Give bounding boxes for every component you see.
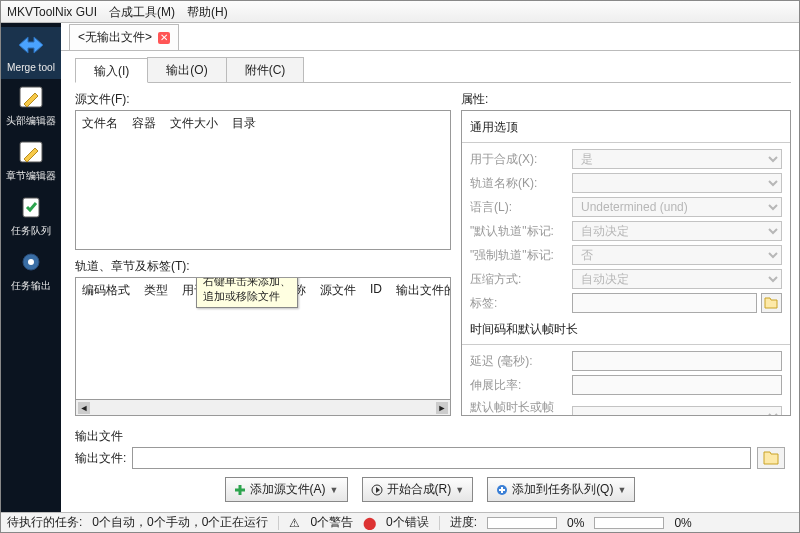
input-stretch[interactable] <box>572 375 782 395</box>
output-file-input[interactable] <box>132 447 751 469</box>
sidebar-item-label: 任务输出 <box>3 279 58 293</box>
select-compression[interactable]: 自动决定 <box>572 269 782 289</box>
col-filename[interactable]: 文件名 <box>82 115 118 132</box>
status-progress-label: 进度: <box>450 514 477 531</box>
select-mux[interactable]: 是 <box>572 149 782 169</box>
status-pending-label: 待执行的任务: <box>7 514 82 531</box>
add-source-button[interactable]: 添加源文件(A) ▼ <box>225 477 348 502</box>
col-filesize[interactable]: 文件大小 <box>170 115 218 132</box>
statusbar: 待执行的任务: 0个自动，0个手动，0个正在运行 ⚠ 0个警告 ⬤ 0个错误 进… <box>1 512 799 532</box>
svg-point-4 <box>28 259 34 265</box>
label-forced-flag: "强制轨道"标记: <box>470 247 566 264</box>
btn-label: 开始合成(R) <box>387 481 452 498</box>
sidebar-item-header-editor[interactable]: 头部编辑器 <box>1 79 61 134</box>
col-codec[interactable]: 编码格式 <box>82 282 130 299</box>
progress-bar-2 <box>594 517 664 529</box>
start-muxing-button[interactable]: 开始合成(R) ▼ <box>362 477 474 502</box>
action-bar: 添加源文件(A) ▼ 开始合成(R) ▼ 添加到任务队列(Q) ▼ <box>61 469 799 512</box>
col-directory[interactable]: 目录 <box>232 115 256 132</box>
group-timing-title: 时间码和默认帧时长 <box>470 321 782 338</box>
close-icon[interactable]: ✕ <box>158 32 170 44</box>
label-default-duration: 默认帧时长或帧率: <box>470 399 566 416</box>
status-pct2: 0% <box>674 516 691 530</box>
sidebar-item-label: Merge tool <box>3 61 58 72</box>
properties-panel: 通用选顶 用于合成(X):是 轨道名称(K): 语言(L):Undetermin… <box>461 110 791 416</box>
warning-icon: ⚠ <box>289 516 300 530</box>
output-group-title: 输出文件 <box>75 428 785 445</box>
merge-icon <box>15 31 47 59</box>
sidebar-item-label: 头部编辑器 <box>3 114 58 128</box>
chevron-down-icon: ▼ <box>455 485 464 495</box>
status-pct1: 0% <box>567 516 584 530</box>
label-compression: 压缩方式: <box>470 271 566 288</box>
sources-columns: 文件名 容器 文件大小 目录 <box>76 111 450 136</box>
error-icon: ⬤ <box>363 516 376 530</box>
tab-input[interactable]: 输入(I) <box>75 58 148 83</box>
scroll-right-icon[interactable]: ► <box>436 402 448 414</box>
properties-label: 属性: <box>461 91 791 108</box>
label-trackname: 轨道名称(K): <box>470 175 566 192</box>
label-tags: 标签: <box>470 295 566 312</box>
file-tabs: <无输出文件> ✕ <box>61 23 799 51</box>
select-forced-flag[interactable]: 否 <box>572 245 782 265</box>
play-icon <box>371 484 383 496</box>
tab-attachments[interactable]: 附件(C) <box>226 57 305 82</box>
select-language[interactable]: Undetermined (und) <box>572 197 782 217</box>
pencil-icon <box>15 138 47 166</box>
progress-bar-1 <box>487 517 557 529</box>
sidebar-item-merge-tool[interactable]: Merge tool <box>1 27 61 79</box>
col-container[interactable]: 容器 <box>132 115 156 132</box>
label-mux: 用于合成(X): <box>470 151 566 168</box>
sidebar-item-label: 章节编辑器 <box>3 169 58 183</box>
folder-icon <box>764 297 778 309</box>
sources-label: 源文件(F): <box>75 91 451 108</box>
tracks-label: 轨道、章节及标签(T): <box>75 258 451 275</box>
browse-output-button[interactable] <box>757 447 785 469</box>
input-tags[interactable] <box>572 293 757 313</box>
sidebar: Merge tool 头部编辑器 章节编辑器 任务队列 任务输出 <box>1 23 61 512</box>
context-hint-tooltip: 右键单击来添加、 追加或移除文件 <box>196 277 298 308</box>
col-src[interactable]: 源文件 <box>320 282 356 299</box>
clipboard-check-icon <box>15 193 47 221</box>
menu-merge[interactable]: 合成工具(M) <box>109 1 175 22</box>
input-trackname[interactable] <box>572 173 782 193</box>
queue-icon <box>496 484 508 496</box>
gear-icon <box>15 248 47 276</box>
scroll-left-icon[interactable]: ◄ <box>78 402 90 414</box>
tracks-listbox[interactable]: 编码格式 类型 用于合成 语言 名称 源文件 ID 输出文件的默认轨 右键单击来… <box>75 277 451 400</box>
select-default-flag[interactable]: 自动决定 <box>572 221 782 241</box>
sources-listbox[interactable]: 文件名 容器 文件大小 目录 <box>75 110 451 250</box>
output-file-label: 输出文件: <box>75 450 126 467</box>
col-default[interactable]: 输出文件的默认轨 <box>396 282 450 299</box>
menubar: MKVToolNix GUI 合成工具(M) 帮助(H) <box>1 1 799 23</box>
status-pending-value: 0个自动，0个手动，0个正在运行 <box>92 514 268 531</box>
sidebar-item-chapter-editor[interactable]: 章节编辑器 <box>1 134 61 189</box>
col-type[interactable]: 类型 <box>144 282 168 299</box>
group-general-title: 通用选顶 <box>470 119 782 136</box>
sidebar-item-job-queue[interactable]: 任务队列 <box>1 189 61 244</box>
status-errors[interactable]: 0个错误 <box>386 514 429 531</box>
chevron-down-icon: ▼ <box>330 485 339 495</box>
io-tabs: 输入(I) 输出(O) 附件(C) <box>75 57 791 83</box>
add-to-queue-button[interactable]: 添加到任务队列(Q) ▼ <box>487 477 635 502</box>
status-warnings[interactable]: 0个警告 <box>310 514 353 531</box>
horizontal-scrollbar[interactable]: ◄ ► <box>75 400 451 416</box>
label-stretch: 伸展比率: <box>470 377 566 394</box>
label-delay: 延迟 (毫秒): <box>470 353 566 370</box>
tab-output[interactable]: 输出(O) <box>147 57 226 82</box>
plus-icon <box>234 484 246 496</box>
menu-help[interactable]: 帮助(H) <box>187 1 228 22</box>
folder-icon <box>763 451 779 465</box>
pencil-icon <box>15 83 47 111</box>
btn-label: 添加到任务队列(Q) <box>512 481 613 498</box>
select-default-duration[interactable] <box>572 406 782 416</box>
label-default-flag: "默认轨道"标记: <box>470 223 566 240</box>
browse-tags-button[interactable] <box>761 293 782 313</box>
col-id[interactable]: ID <box>370 282 382 299</box>
input-delay[interactable] <box>572 351 782 371</box>
sidebar-item-label: 任务队列 <box>3 224 58 238</box>
file-tab[interactable]: <无输出文件> ✕ <box>69 24 179 50</box>
sidebar-item-job-output[interactable]: 任务输出 <box>1 244 61 299</box>
label-language: 语言(L): <box>470 199 566 216</box>
menu-app-title: MKVToolNix GUI <box>7 1 97 22</box>
